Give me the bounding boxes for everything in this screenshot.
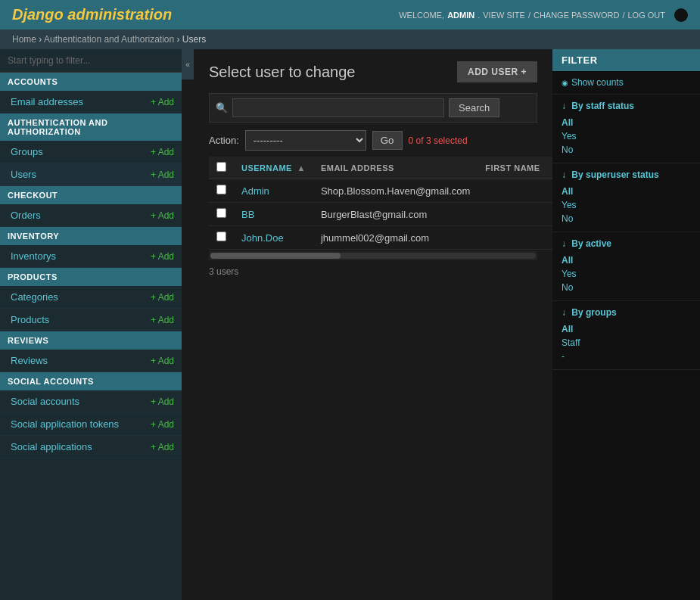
go-button[interactable]: Go: [372, 131, 403, 150]
search-input[interactable]: [232, 98, 444, 117]
add-reviews-link[interactable]: + Add: [151, 356, 174, 366]
col-first-name: FIRST NAME: [478, 157, 547, 179]
row-first-name: [478, 203, 547, 226]
filter-active-all[interactable]: All: [562, 253, 691, 267]
sidebar-section-auth: AUTHENTICATION AND AUTHORIZATION: [0, 113, 182, 141]
row-first-name: [478, 179, 547, 203]
filter-staff-all[interactable]: All: [562, 116, 691, 129]
filter-superuser-title[interactable]: ↓ By superuser status: [562, 169, 691, 180]
add-groups-link[interactable]: + Add: [151, 147, 174, 157]
sidebar-item-social-accounts[interactable]: Social accounts + Add: [0, 390, 182, 413]
arrow-icon: ↓: [562, 238, 566, 249]
sidebar-section-social-accounts: SOCIAL ACCOUNTS: [0, 372, 182, 390]
add-user-button[interactable]: ADD USER +: [457, 61, 537, 82]
user-link[interactable]: Admin: [241, 185, 269, 197]
sidebar-section-reviews: REVIEWS: [0, 331, 182, 350]
action-bar: Action: --------- Delete selected users …: [209, 130, 537, 151]
content-area: Select user to change ADD USER + 🔍 Searc…: [194, 49, 552, 600]
sidebar-item-groups[interactable]: Groups + Add: [0, 141, 182, 163]
add-social-applications-link[interactable]: + Add: [151, 442, 174, 452]
app-title: Django administration: [12, 6, 172, 23]
sidebar-item-users[interactable]: Users + Add: [0, 163, 182, 186]
page-title-row: Select user to change ADD USER +: [209, 61, 537, 82]
sidebar-section-products: PRODUCTS: [0, 268, 182, 286]
sidebar-item-reviews[interactable]: Reviews + Add: [0, 350, 182, 372]
sidebar-item-categories[interactable]: Categories + Add: [0, 286, 182, 309]
add-categories-link[interactable]: + Add: [151, 292, 174, 303]
action-select[interactable]: --------- Delete selected users: [245, 130, 366, 151]
search-button[interactable]: Search: [449, 98, 499, 117]
row-username: John.Doe: [234, 226, 313, 250]
filter-superuser-yes[interactable]: Yes: [562, 198, 691, 212]
user-link[interactable]: BB: [241, 209, 254, 220]
add-products-link[interactable]: + Add: [151, 315, 174, 325]
filter-staff-title[interactable]: ↓ By staff status: [562, 101, 691, 111]
filter-staff-yes[interactable]: Yes: [562, 129, 691, 143]
row-first-name: [478, 226, 547, 250]
sidebar-section-accounts: ACCOUNTS: [0, 73, 182, 91]
filter-active-yes[interactable]: Yes: [562, 267, 691, 281]
filter-groups-title[interactable]: ↓ By groups: [562, 307, 691, 318]
sidebar-item-orders[interactable]: Orders + Add: [0, 204, 182, 227]
theme-toggle[interactable]: [674, 8, 688, 22]
filter-active-title[interactable]: ↓ By active: [562, 238, 691, 249]
sidebar-item-social-app-tokens[interactable]: Social application tokens + Add: [0, 413, 182, 436]
main-layout: ACCOUNTS Email addresses + Add AUTHENTIC…: [0, 49, 700, 600]
filter-groups-all[interactable]: All: [562, 322, 691, 336]
header-right: WELCOME, ADMIN. VIEW SITE / CHANGE PASSW…: [399, 8, 688, 22]
filter-active-no[interactable]: No: [562, 281, 691, 294]
add-social-accounts-link[interactable]: + Add: [151, 396, 174, 407]
filter-by-active: ↓ By active All Yes No: [552, 232, 700, 301]
breadcrumb-home[interactable]: Home: [12, 34, 36, 45]
row-checkbox-cell: [209, 226, 234, 250]
table-row: BB BurgerBlast@gmail.com: [209, 203, 552, 226]
sidebar-item-inventorys[interactable]: Inventorys + Add: [0, 245, 182, 268]
sidebar-item-email-addresses[interactable]: Email addresses + Add: [0, 91, 182, 113]
sidebar-filter-input[interactable]: [0, 49, 182, 73]
horizontal-scrollbar[interactable]: [209, 251, 537, 260]
table-row: Admin Shop.Blossom.Haven@gmail.com: [209, 179, 552, 203]
add-inventorys-link[interactable]: + Add: [151, 251, 174, 262]
row-email: jhummel002@gmail.com: [313, 226, 478, 250]
action-label: Action:: [209, 135, 239, 146]
add-social-app-tokens-link[interactable]: + Add: [151, 419, 174, 430]
table-header-row: USERNAME ▲ EMAIL ADDRESS FIRST NAME LA: [209, 157, 552, 179]
sidebar-item-social-applications[interactable]: Social applications + Add: [0, 436, 182, 459]
row-checkbox-cell: [209, 179, 234, 203]
select-all-checkbox[interactable]: [216, 162, 226, 172]
header: Django administration WELCOME, ADMIN. VI…: [0, 0, 700, 30]
filter-groups-staff[interactable]: Staff: [562, 336, 691, 350]
filter-superuser-all[interactable]: All: [562, 185, 691, 198]
row-checkbox[interactable]: [216, 185, 226, 194]
breadcrumb-auth[interactable]: Authentication and Authorization: [44, 34, 174, 45]
filter-show-counts: Show counts: [552, 71, 700, 95]
log-out-link[interactable]: LOG OUT: [627, 11, 665, 20]
row-email: BurgerBlast@gmail.com: [313, 203, 478, 226]
search-bar: 🔍 Search: [209, 93, 537, 123]
filter-groups-dash[interactable]: -: [562, 350, 691, 363]
search-icon: 🔍: [216, 102, 228, 113]
arrow-icon: ↓: [562, 307, 566, 318]
scroll-thumb[interactable]: [210, 253, 341, 259]
filter-by-groups: ↓ By groups All Staff -: [552, 301, 700, 370]
show-counts-label[interactable]: Show counts: [562, 77, 691, 88]
selected-info: 0 of 3 selected: [409, 135, 468, 146]
filter-staff-no[interactable]: No: [562, 143, 691, 157]
row-checkbox[interactable]: [216, 208, 226, 218]
table-body: Admin Shop.Blossom.Haven@gmail.com BB Bu…: [209, 179, 552, 250]
add-orders-link[interactable]: + Add: [151, 210, 174, 221]
row-checkbox-cell: [209, 203, 234, 226]
user-link[interactable]: John.Doe: [241, 232, 284, 244]
row-checkbox[interactable]: [216, 232, 226, 241]
add-email-addresses-link[interactable]: + Add: [151, 97, 174, 107]
filter-superuser-no[interactable]: No: [562, 212, 691, 225]
count-label: 3 users: [209, 266, 537, 277]
view-site-link[interactable]: VIEW SITE: [483, 11, 525, 20]
change-password-link[interactable]: CHANGE PASSWORD: [534, 11, 619, 20]
col-username[interactable]: USERNAME ▲: [234, 157, 313, 179]
sidebar-item-products[interactable]: Products + Add: [0, 309, 182, 331]
sidebar-collapse-button[interactable]: «: [182, 49, 194, 79]
col-email: EMAIL ADDRESS: [313, 157, 478, 179]
sidebar: ACCOUNTS Email addresses + Add AUTHENTIC…: [0, 49, 182, 600]
add-users-link[interactable]: + Add: [151, 169, 174, 180]
